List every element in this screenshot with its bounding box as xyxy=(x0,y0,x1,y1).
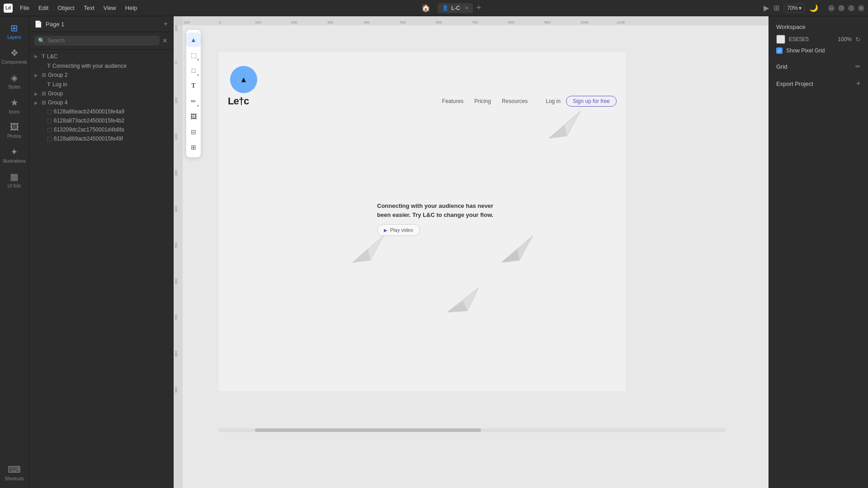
layer-item[interactable]: TLog in xyxy=(29,80,173,89)
select-tool[interactable]: ▲ xyxy=(186,33,201,47)
icons-label: Icons xyxy=(9,109,20,115)
home-button[interactable]: 🏠 xyxy=(421,4,430,12)
design-hero: Connecting with your audience has neverb… xyxy=(377,202,567,219)
tab-lc-close[interactable]: ✕ xyxy=(465,5,468,10)
layer-item[interactable]: TConnecting with your audience xyxy=(29,61,173,70)
grid-edit-icon[interactable]: ✏ xyxy=(855,63,861,70)
ruler-v-tick: 100 xyxy=(174,98,178,103)
sidebar-item-illustrations[interactable]: ✦ Illustrations xyxy=(2,144,27,167)
grid-view-button[interactable]: ⊞ xyxy=(774,4,779,12)
ruler-corner xyxy=(174,16,183,25)
sidebar-item-styles[interactable]: ◈ Styles xyxy=(2,70,27,93)
horizontal-scrollbar[interactable] xyxy=(219,428,725,432)
export-label: Export Project xyxy=(776,80,813,87)
menu-object[interactable]: Object xyxy=(54,4,78,12)
zoom-control[interactable]: 70% ▾ xyxy=(784,4,805,13)
canvas-area[interactable]: -100010020030040050060070080090010001100… xyxy=(174,16,769,488)
sidebar-item-layers[interactable]: ⊞ Layers xyxy=(2,20,27,43)
frame-tool[interactable]: ⬚ xyxy=(186,48,201,62)
nav-pricing[interactable]: Pricing xyxy=(474,98,491,104)
layers-icon: ⊞ xyxy=(10,23,18,33)
nav-resources[interactable]: Resources xyxy=(502,98,528,104)
layers-list: ▶TL&CTConnecting with your audience▶⊞Gro… xyxy=(29,50,173,488)
menu-help[interactable]: Help xyxy=(122,4,141,12)
ruler-h-tick: 800 xyxy=(508,20,514,24)
pen-icon: ✏ xyxy=(191,98,196,105)
layer-name-label: L&C xyxy=(47,53,57,60)
pen-dot xyxy=(197,105,199,107)
menu-text[interactable]: Text xyxy=(80,4,98,12)
illustrations-label: Illustrations xyxy=(3,159,26,164)
close-button[interactable]: ✕ xyxy=(858,5,864,11)
dark-mode-button[interactable]: 🌙 xyxy=(809,4,818,12)
paper-plane-3-svg xyxy=(499,229,535,265)
shape-icon: □ xyxy=(192,67,195,74)
ruler-v-tick: 800 xyxy=(174,351,178,357)
show-pixel-grid-label: Show Pixel Grid xyxy=(786,47,825,54)
workspace-color-swatch[interactable] xyxy=(776,35,785,44)
titlebar: Ld File Edit Object Text View Help 🏠 👤 L… xyxy=(0,0,868,16)
restore-button[interactable]: ❐ xyxy=(838,5,844,11)
layer-item[interactable]: ▶TL&C xyxy=(29,52,173,61)
group-type-icon: ⊞ xyxy=(42,72,46,78)
sidebar-item-uikits[interactable]: ▦ UI Kits xyxy=(2,169,27,192)
show-pixel-grid-checkbox[interactable]: ✓ xyxy=(776,47,783,54)
play-button[interactable]: ▶ xyxy=(764,4,769,12)
search-close-button[interactable]: ✕ xyxy=(162,37,168,44)
layer-item[interactable]: ⬚6128a869acb24500015fe49f xyxy=(29,134,173,143)
pen-tool[interactable]: ✏ xyxy=(186,94,201,108)
shortcuts-label: Shortcuts xyxy=(5,476,24,482)
layer-item[interactable]: ⬚613209dc2ac1750001d4b8fa xyxy=(29,125,173,134)
grid-tool[interactable]: ⊞ xyxy=(186,140,201,155)
tab-add-button[interactable]: + xyxy=(475,3,483,13)
layout-tool[interactable]: ⊟ xyxy=(186,125,201,139)
nav-features[interactable]: Features xyxy=(442,98,463,104)
search-input[interactable] xyxy=(47,38,156,44)
menu-edit[interactable]: Edit xyxy=(35,4,52,12)
export-add-button[interactable]: + xyxy=(856,79,861,89)
maximize-button[interactable]: □ xyxy=(848,5,854,11)
minimize-button[interactable]: — xyxy=(828,5,835,11)
uikits-label: UI Kits xyxy=(8,183,21,189)
tab-bar: 👤 L-C ✕ + xyxy=(438,3,483,13)
shortcuts-icon: ⌨ xyxy=(8,464,21,475)
text-icon: T xyxy=(191,82,195,89)
layer-name-label: 6128a873acb24500015fe4b2 xyxy=(54,117,124,124)
workspace-section: Workspace E5E5E5 100% ↻ ✓ Show Pixel Gri… xyxy=(776,23,861,54)
ruler-h-canvas: -100010020030040050060070080090010001100 xyxy=(183,16,769,25)
layer-name-label: 6128a86eacb24500015fe4a9 xyxy=(54,108,124,115)
paper-plane-1 xyxy=(544,102,585,145)
layer-item[interactable]: ⬚6128a873acb24500015fe4b2 xyxy=(29,116,173,125)
ruler-v-tick: 0 xyxy=(174,61,178,63)
paper-plane-2 xyxy=(350,229,386,267)
design-hero-title: Connecting with your audience has neverb… xyxy=(377,202,567,219)
layer-item[interactable]: ▶⊞Group 4 xyxy=(29,98,173,107)
tab-lc[interactable]: 👤 L-C ✕ xyxy=(438,3,472,13)
styles-label: Styles xyxy=(8,84,20,90)
image-tool[interactable]: 🖼 xyxy=(186,109,201,124)
layer-item[interactable]: ▶⊞Group 2 xyxy=(29,70,173,80)
sidebar-item-shortcuts[interactable]: ⌨ Shortcuts xyxy=(2,461,27,484)
text-tool[interactable]: T xyxy=(186,79,201,93)
shape-tool[interactable]: □ xyxy=(186,63,201,78)
sidebar-item-icons[interactable]: ★ Icons xyxy=(2,94,27,117)
workspace-hex-value: E5E5E5 xyxy=(789,36,834,42)
layer-item[interactable]: ⬚6128a86eacb24500015fe4a9 xyxy=(29,107,173,116)
layer-chevron-icon: ▶ xyxy=(34,91,40,96)
menu-view[interactable]: View xyxy=(100,4,120,12)
sidebar-item-components[interactable]: ❖ Components xyxy=(2,45,27,68)
components-label: Components xyxy=(1,60,27,65)
sidebar-item-photos[interactable]: 🖼 Photos xyxy=(2,119,27,142)
text-type-icon: T xyxy=(42,53,45,60)
menu-file[interactable]: File xyxy=(16,4,33,12)
layer-name-label: Log in xyxy=(52,81,67,88)
layer-item[interactable]: ▶⊞Group xyxy=(29,89,173,98)
ruler-h-tick: 500 xyxy=(400,20,406,24)
workspace-refresh-icon[interactable]: ↻ xyxy=(855,36,861,43)
page-add-button[interactable]: + xyxy=(164,20,168,28)
layer-name-label: Connecting with your audience xyxy=(52,63,127,69)
page-label: Page 1 xyxy=(46,21,160,28)
svg-marker-6 xyxy=(501,249,519,263)
canvas-content[interactable]: ▲ Le†c Features Pricing Resources Log in… xyxy=(183,25,769,488)
main-layout: ⊞ Layers ❖ Components ◈ Styles ★ Icons 🖼… xyxy=(0,16,868,488)
